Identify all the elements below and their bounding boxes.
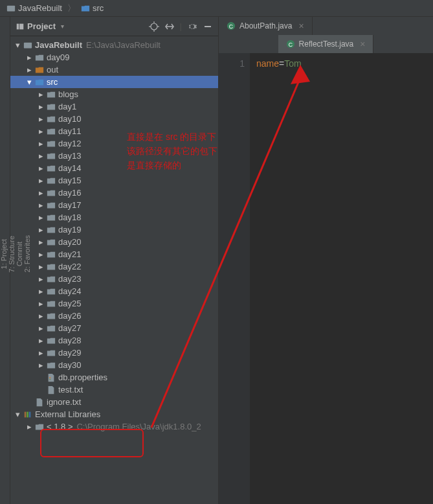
tab-aboutpath[interactable]: C AboutPath.java × bbox=[219, 17, 313, 35]
tab-reflecttest[interactable]: C ReflectTest.java × bbox=[278, 35, 374, 53]
tree-item-day29[interactable]: ▸day29 bbox=[10, 347, 218, 359]
tree-item-day21[interactable]: ▸day21 bbox=[10, 248, 218, 260]
tree-item-label: day27 bbox=[58, 323, 81, 333]
editor-body[interactable]: 1 name=Tom bbox=[219, 53, 433, 504]
tree-item-day10[interactable]: ▸day10 bbox=[10, 113, 218, 125]
chevron-right-icon[interactable]: ▸ bbox=[26, 424, 32, 430]
code-property-key: name bbox=[256, 58, 279, 69]
folder-icon bbox=[47, 262, 56, 271]
chevron-right-icon[interactable]: ▸ bbox=[38, 214, 44, 221]
tree-item-day28[interactable]: ▸day28 bbox=[10, 334, 218, 347]
tab-close-icon[interactable]: × bbox=[360, 39, 365, 49]
tree-item-day17[interactable]: ▸day17 bbox=[10, 199, 218, 211]
tree-item-day1[interactable]: ▸day1 bbox=[10, 100, 218, 113]
chevron-right-icon[interactable]: ▸ bbox=[38, 350, 44, 356]
tree-item-src[interactable]: ▾src bbox=[10, 76, 218, 88]
code-area[interactable]: name=Tom bbox=[250, 53, 433, 504]
chevron-right-icon[interactable]: ▸ bbox=[26, 54, 32, 61]
chevron-down-icon[interactable]: ▾ bbox=[14, 42, 21, 49]
tree-item-day11[interactable]: ▸day11 bbox=[10, 125, 218, 137]
tree-root[interactable]: ▾ JavaRebuilt E:\Java\JavaRebuilt bbox=[10, 39, 218, 51]
tree-item-day14[interactable]: ▸day14 bbox=[10, 162, 218, 174]
collapse-icon[interactable] bbox=[164, 21, 175, 32]
folder-orange-icon bbox=[35, 65, 44, 74]
chevron-right-icon[interactable]: ▸ bbox=[38, 153, 44, 159]
chevron-right-icon[interactable]: ▸ bbox=[38, 338, 44, 344]
panel-title[interactable]: Project ▾ bbox=[16, 21, 149, 31]
tree-jdk[interactable]: ▸ < 1.8 > C:\Program Files\Java\jdk1.8.0… bbox=[10, 420, 218, 433]
tree-item-test-txt[interactable]: test.txt bbox=[10, 384, 218, 396]
chevron-right-icon[interactable]: ▸ bbox=[38, 165, 44, 172]
chevron-right-icon[interactable]: ▸ bbox=[38, 239, 44, 246]
gutter-project[interactable]: 1: Project bbox=[0, 239, 8, 269]
panel-header: Project ▾ | bbox=[10, 17, 218, 36]
spacer bbox=[26, 399, 32, 406]
tree-item-day26[interactable]: ▸day26 bbox=[10, 310, 218, 322]
chevron-right-icon[interactable]: ▸ bbox=[26, 67, 32, 73]
tree-jdk-path: C:\Program Files\Java\jdk1.8.0_2 bbox=[76, 422, 201, 431]
editor-tabs-primary: C AboutPath.java × bbox=[219, 17, 433, 35]
dropdown-arrow-icon: ▾ bbox=[61, 23, 64, 30]
tree-item-day16[interactable]: ▸day16 bbox=[10, 187, 218, 199]
tree-item-day15[interactable]: ▸day15 bbox=[10, 174, 218, 187]
chevron-down-icon[interactable]: ▾ bbox=[14, 411, 21, 418]
tree-item-day20[interactable]: ▸day20 bbox=[10, 236, 218, 248]
tree-item-day12[interactable]: ▸day12 bbox=[10, 137, 218, 150]
chevron-right-icon[interactable]: ▸ bbox=[38, 104, 44, 110]
breadcrumb-src-label: src bbox=[93, 3, 104, 13]
locate-icon[interactable] bbox=[149, 21, 159, 32]
chevron-right-icon[interactable]: ▸ bbox=[38, 128, 44, 135]
gutter-favorites[interactable]: 2: Favorites bbox=[23, 235, 31, 272]
svg-rect-10 bbox=[24, 42, 32, 48]
chevron-right-icon[interactable]: ▸ bbox=[38, 276, 44, 282]
tree-item-day19[interactable]: ▸day19 bbox=[10, 223, 218, 236]
tree-item-day27[interactable]: ▸day27 bbox=[10, 322, 218, 334]
tab-close-icon[interactable]: × bbox=[298, 21, 304, 31]
svg-rect-12 bbox=[49, 378, 50, 380]
minimize-icon[interactable] bbox=[203, 21, 213, 32]
tree-item-day22[interactable]: ▸day22 bbox=[10, 260, 218, 273]
tree-item-blogs[interactable]: ▸blogs bbox=[10, 88, 218, 100]
tree-item-label: day26 bbox=[58, 311, 81, 321]
tree-item-day23[interactable]: ▸day23 bbox=[10, 273, 218, 285]
chevron-right-icon[interactable]: ▸ bbox=[38, 301, 44, 307]
breadcrumb-root[interactable]: JavaRebuilt bbox=[3, 2, 66, 14]
tree-external-libraries[interactable]: ▾ External Libraries bbox=[10, 408, 218, 420]
chevron-right-icon[interactable]: ▸ bbox=[38, 313, 44, 319]
tree-item-day25[interactable]: ▸day25 bbox=[10, 297, 218, 310]
chevron-right-icon[interactable]: ▸ bbox=[38, 202, 44, 209]
chevron-right-icon[interactable]: ▸ bbox=[38, 178, 44, 184]
chevron-right-icon[interactable]: ▸ bbox=[38, 91, 44, 98]
tree-item-label: day17 bbox=[58, 200, 81, 210]
java-class-icon: C bbox=[286, 40, 295, 49]
gutter-structure[interactable]: 7: Structure bbox=[8, 236, 16, 273]
tree-item-db-properties[interactable]: db.properties bbox=[10, 371, 218, 384]
folder-icon bbox=[47, 336, 56, 345]
tree-item-out[interactable]: ▸out bbox=[10, 63, 218, 76]
chevron-right-icon[interactable]: ▸ bbox=[38, 141, 44, 147]
folder-icon bbox=[47, 127, 56, 136]
tree-item-day24[interactable]: ▸day24 bbox=[10, 285, 218, 297]
tree-item-ignore-txt[interactable]: ignore.txt bbox=[10, 396, 218, 408]
tree-item-day18[interactable]: ▸day18 bbox=[10, 211, 218, 223]
tree-item-label: day18 bbox=[58, 212, 81, 222]
folder-icon bbox=[47, 176, 56, 185]
breadcrumb-src[interactable]: src bbox=[77, 2, 107, 14]
tree-item-day09[interactable]: ▸day09 bbox=[10, 51, 218, 63]
tab-reflecttest-label: ReflectTest.java bbox=[299, 40, 354, 49]
project-tree[interactable]: ▾ JavaRebuilt E:\Java\JavaRebuilt ▸day09… bbox=[10, 36, 218, 504]
chevron-right-icon[interactable]: ▸ bbox=[38, 251, 44, 258]
chevron-down-icon[interactable]: ▾ bbox=[26, 79, 32, 86]
gear-icon[interactable] bbox=[187, 21, 197, 32]
chevron-right-icon[interactable]: ▸ bbox=[38, 362, 44, 369]
tree-item-day30[interactable]: ▸day30 bbox=[10, 359, 218, 371]
chevron-right-icon[interactable]: ▸ bbox=[38, 325, 44, 332]
tree-item-day13[interactable]: ▸day13 bbox=[10, 150, 218, 162]
chevron-right-icon[interactable]: ▸ bbox=[38, 116, 44, 122]
chevron-right-icon[interactable]: ▸ bbox=[38, 264, 44, 270]
chevron-right-icon[interactable]: ▸ bbox=[38, 190, 44, 196]
chevron-right-icon[interactable]: ▸ bbox=[38, 227, 44, 233]
gutter-commit[interactable]: Commit bbox=[16, 242, 23, 266]
folder-icon bbox=[47, 201, 56, 210]
chevron-right-icon[interactable]: ▸ bbox=[38, 288, 44, 295]
